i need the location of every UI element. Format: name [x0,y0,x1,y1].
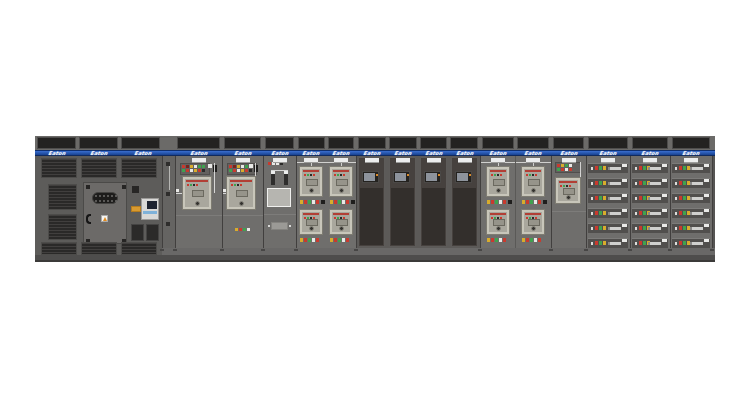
breaker-status-dot [240,184,242,186]
drawer-label-tag [704,194,709,197]
section-divider [162,156,163,248]
drawer-handle [690,182,703,185]
indicator-light [245,165,248,168]
louver-vent [41,242,77,255]
section-divider [712,156,713,248]
door-vent-tag [491,158,505,163]
drawer-test-button [675,182,677,185]
door-vent-tag [601,158,615,163]
indicator-light [308,200,311,204]
indicator-light [249,169,252,172]
breaker-status-dot [343,174,345,176]
drawer-label-tag [662,164,667,167]
section-main-incomer-cabinet [35,156,162,255]
breaker-module [521,166,545,197]
brand-logo: Eaton [523,150,544,156]
brand-logo: Eaton [597,150,618,156]
indicator-light [491,200,494,204]
brand-logo: Eaton [639,150,660,156]
roof-vent-panel [482,137,514,149]
section-metering-section [263,156,296,248]
indicator-light [338,238,341,242]
section-mcc-column-1 [586,156,630,248]
door-vent-tag [304,158,318,163]
indicator-light [330,200,333,204]
breaker-label-strip [303,213,319,215]
riser-cable [169,166,170,190]
indicator-light [198,169,201,172]
indicator-light [595,166,598,170]
breaker-display [528,179,540,186]
connector-pin [99,195,101,197]
drawer-test-button [675,242,677,245]
drive-status-led [376,174,378,176]
breaker-display [192,190,204,197]
brand-logo: Eaton [300,150,321,156]
breaker-label-strip [525,213,541,215]
indicator-light [599,181,602,185]
drawer-label-tag [704,224,709,227]
breaker-status-dot [310,174,312,176]
section-divider [263,156,264,248]
transformer-box [267,188,291,207]
drawer-test-button [591,182,593,185]
breaker-label-strip [559,181,577,183]
breaker-status-dot [196,184,198,186]
indicator-light [194,169,197,172]
drawer-test-button [635,167,637,170]
indicator-light [679,241,682,245]
drive-display-screen [395,173,406,181]
connector-pin [95,200,97,202]
drawer-handle [690,197,703,200]
breaker-label-strip [303,170,319,172]
brand-logo: Eaton [132,150,153,156]
drive-door-lower-panel [422,188,445,245]
door-vent-tag [192,158,206,163]
drive-door-lower-panel [391,188,414,245]
indicator-light [499,238,502,242]
louver-vent [81,158,117,178]
connector-pin [111,200,113,202]
kick-joint-mark [354,249,358,251]
indicator-light [683,211,686,215]
drawer-label-tag [622,239,627,242]
indicator-light [330,238,333,242]
drawer-test-button [675,227,677,230]
breaker-module [226,176,256,210]
breaker-charge-dial [339,188,344,193]
roof-vent-panel [37,137,76,149]
breaker-status-dot [500,174,502,176]
breaker-charge-dial [496,226,501,231]
drawer-label-tag [662,224,667,227]
panel-seam [222,215,263,216]
breaker-charge-dial [195,201,200,206]
connector-pin [95,195,97,197]
drawer-test-button [635,212,637,215]
drawer-handle [690,242,703,245]
drawer-handle [608,212,621,215]
kick-joint-mark [668,249,672,251]
indicator-light [565,168,568,171]
drawer-test-button [591,227,593,230]
indicator-light [247,228,250,231]
drawer-label-tag [662,209,667,212]
drawer-label-tag [704,239,709,242]
indicator-light [304,200,307,204]
indicator-light [522,200,525,204]
indicator-light [487,238,490,242]
indicator-light [316,200,319,204]
connector-pin [115,200,117,202]
kick-joint-mark [220,249,224,251]
indicator-light [304,238,307,242]
drawer-handle [690,227,703,230]
brand-logo: Eaton [423,150,444,156]
indicator-light [237,169,240,172]
brand-logo: Eaton [232,150,253,156]
side-vent [146,224,159,241]
indicator-light [679,196,682,200]
roof-vent-panel [265,137,294,149]
breaker-status-dot [560,185,562,187]
breaker-module [299,209,323,235]
indicator-light [190,165,193,168]
breaker-module [299,166,323,197]
